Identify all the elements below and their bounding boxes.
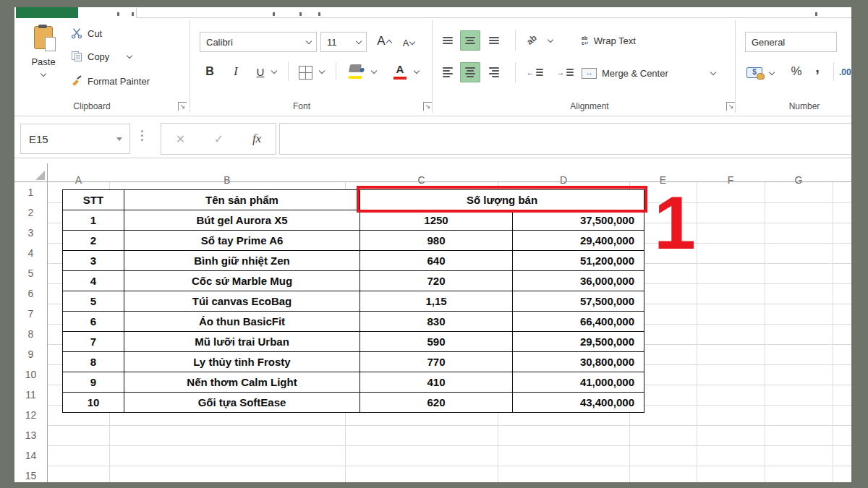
percent-style-button[interactable]: % xyxy=(787,62,806,81)
cell-a1[interactable]: STT xyxy=(63,190,124,210)
cell-a5[interactable]: 4 xyxy=(63,271,124,291)
clipboard-dialog-launcher[interactable] xyxy=(178,102,187,111)
name-box-dropdown-icon[interactable] xyxy=(116,137,122,141)
formula-input[interactable] xyxy=(279,123,851,155)
row-header-14[interactable]: 14 xyxy=(14,445,47,466)
cut-button[interactable]: Cut xyxy=(71,26,102,40)
select-all-button[interactable] xyxy=(14,163,48,182)
increase-decimal-button[interactable]: .00 xyxy=(839,65,851,80)
cell-a11[interactable]: 10 xyxy=(63,393,124,413)
cell-c3[interactable]: 980 xyxy=(360,231,513,251)
increase-indent-button[interactable]: → xyxy=(553,64,577,81)
align-bottom-button[interactable] xyxy=(485,32,503,49)
fill-color-dropdown-icon[interactable] xyxy=(371,68,377,74)
insert-function-button[interactable]: fx xyxy=(252,132,261,146)
row-header-9[interactable]: 9 xyxy=(14,344,47,365)
name-box[interactable]: E15 xyxy=(20,124,130,154)
row-header-4[interactable]: 4 xyxy=(14,243,47,264)
enter-button[interactable]: ✓ xyxy=(214,132,224,146)
cell-a8[interactable]: 7 xyxy=(63,332,124,352)
row-header-11[interactable]: 11 xyxy=(14,385,47,406)
cell-a4[interactable]: 3 xyxy=(63,251,124,271)
format-painter-button[interactable]: Format Painter xyxy=(71,74,150,88)
wrap-text-button[interactable]: abc↵ Wrap Text xyxy=(582,33,636,48)
cancel-button[interactable]: ✕ xyxy=(176,132,185,146)
row-header-1[interactable]: 1 xyxy=(14,182,47,203)
row-header-7[interactable]: 7 xyxy=(14,304,47,325)
cell-b10[interactable]: Nến thơm Calm Light xyxy=(124,372,360,393)
column-header-a[interactable]: A xyxy=(48,171,110,189)
accounting-format-button[interactable]: $ xyxy=(745,64,764,81)
column-header-g[interactable]: G xyxy=(765,171,833,189)
cell-d10[interactable]: 41,000,000 xyxy=(513,372,644,393)
row-header-5[interactable]: 5 xyxy=(14,263,47,284)
accounting-dropdown-icon[interactable] xyxy=(769,69,775,75)
cell-b11[interactable]: Gối tựa SoftEase xyxy=(124,393,360,413)
cell-b4[interactable]: Bình giữ nhiệt Zen xyxy=(124,251,360,271)
cell-b6[interactable]: Túi canvas EcoBag xyxy=(124,291,360,312)
shrink-font-button[interactable]: A xyxy=(398,33,420,52)
row-header-10[interactable]: 10 xyxy=(14,364,47,385)
grow-font-button[interactable]: A xyxy=(373,32,395,51)
align-center-button[interactable] xyxy=(460,62,480,82)
number-format-select[interactable]: General xyxy=(745,32,837,52)
alignment-dialog-launcher[interactable] xyxy=(726,102,735,111)
italic-button[interactable]: I xyxy=(227,62,244,81)
font-color-button[interactable]: A xyxy=(391,61,409,81)
align-middle-button[interactable] xyxy=(460,30,480,51)
column-header-f[interactable]: F xyxy=(697,171,765,189)
cell-d4[interactable]: 51,200,000 xyxy=(513,251,644,271)
bold-button[interactable]: B xyxy=(201,62,218,81)
orientation-button[interactable]: ab xyxy=(521,30,542,49)
borders-dropdown-icon[interactable] xyxy=(319,68,325,74)
align-left-button[interactable] xyxy=(438,64,457,81)
column-header-b[interactable]: B xyxy=(109,171,346,189)
cell-a2[interactable]: 1 xyxy=(63,210,124,231)
cell-a10[interactable]: 9 xyxy=(63,372,124,393)
underline-dropdown-icon[interactable] xyxy=(271,68,277,74)
cell-c2[interactable]: 1250 xyxy=(360,210,513,231)
formula-bar-grip[interactable] xyxy=(141,130,143,141)
row-header-6[interactable]: 6 xyxy=(14,283,47,304)
cell-b8[interactable]: Mũ lưỡi trai Urban xyxy=(124,332,360,352)
row-header-12[interactable]: 12 xyxy=(14,405,47,426)
cell-d7[interactable]: 66,400,000 xyxy=(513,312,644,332)
cell-c10[interactable]: 410 xyxy=(360,372,513,393)
font-size-select[interactable]: 11 xyxy=(320,32,367,52)
cell-c5[interactable]: 720 xyxy=(360,271,513,291)
cell-c4[interactable]: 640 xyxy=(360,251,513,271)
underline-button[interactable]: U xyxy=(252,62,269,81)
align-right-button[interactable] xyxy=(485,64,503,81)
row-header-2[interactable]: 2 xyxy=(14,202,47,223)
cell-b2[interactable]: Bút gel Aurora X5 xyxy=(124,210,360,231)
cell-a7[interactable]: 6 xyxy=(63,312,124,332)
cell-d11[interactable]: 43,400,000 xyxy=(513,393,644,413)
cell-d5[interactable]: 36,000,000 xyxy=(513,271,644,291)
sheet-table[interactable]: STT Tên sản phẩm Số lượng bán 1Bút gel A… xyxy=(62,189,644,413)
cell-c7[interactable]: 830 xyxy=(360,312,513,332)
comma-style-button[interactable]: , xyxy=(810,58,825,77)
cell-c8[interactable]: 590 xyxy=(360,332,513,352)
orientation-dropdown-icon[interactable] xyxy=(548,37,553,43)
cell-c11[interactable]: 620 xyxy=(360,393,513,413)
merge-center-button[interactable]: ↔ Merge & Center xyxy=(582,66,668,80)
cell-b7[interactable]: Áo thun BasicFit xyxy=(124,312,360,332)
cell-b1[interactable]: Tên sản phẩm xyxy=(124,190,360,210)
row-header-15[interactable]: 15 xyxy=(14,466,47,482)
cell-d2[interactable]: 37,500,000 xyxy=(513,210,644,231)
cell-d3[interactable]: 29,400,000 xyxy=(513,231,644,251)
font-name-select[interactable]: Calibri xyxy=(200,32,317,52)
cell-b3[interactable]: Sổ tay Prime A6 xyxy=(124,231,360,251)
paste-button[interactable]: Paste xyxy=(22,23,65,95)
decrease-indent-button[interactable]: ← xyxy=(522,64,547,81)
cell-a3[interactable]: 2 xyxy=(63,231,124,251)
cell-c9[interactable]: 770 xyxy=(360,352,513,372)
merge-center-dropdown-icon[interactable] xyxy=(710,69,716,75)
row-header-3[interactable]: 3 xyxy=(14,223,47,244)
cell-d6[interactable]: 57,500,000 xyxy=(513,291,644,312)
row-header-8[interactable]: 8 xyxy=(14,324,47,345)
font-color-dropdown-icon[interactable] xyxy=(414,68,420,74)
font-dialog-launcher[interactable] xyxy=(423,102,432,111)
file-tab[interactable] xyxy=(16,7,78,18)
cell-b9[interactable]: Ly thủy tinh Frosty xyxy=(124,352,360,372)
